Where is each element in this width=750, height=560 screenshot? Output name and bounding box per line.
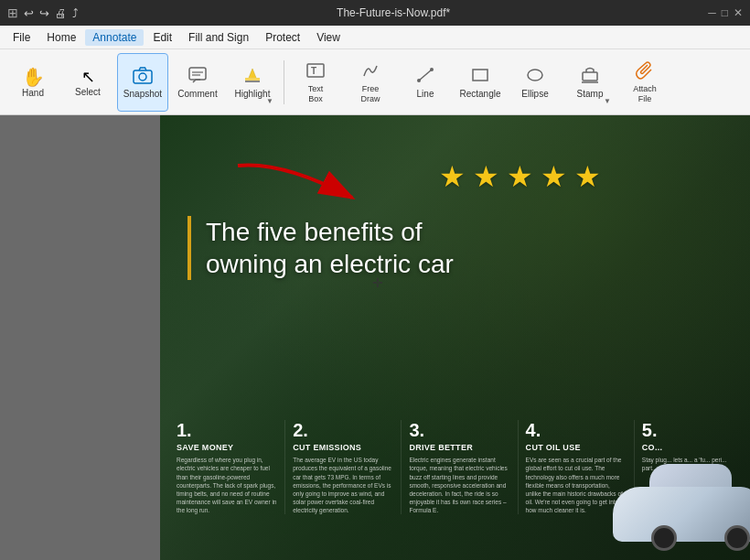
toolbar-icon-save[interactable]: 🖨: [55, 6, 67, 20]
textbox-icon: T: [305, 61, 326, 82]
benefit-1-text: Regardless of where you plug in, electri…: [177, 456, 277, 514]
benefit-1: 1. SAVE MONEY Regardless of where you pl…: [169, 420, 285, 514]
tool-stamp[interactable]: Stamp ▼: [564, 53, 616, 112]
textbox-label: TextBox: [308, 84, 324, 104]
tool-snapshot[interactable]: Snapshot: [117, 53, 168, 112]
svg-line-9: [419, 70, 432, 81]
tool-ellipse[interactable]: Ellipse: [509, 53, 561, 112]
benefit-5-num: 5.: [642, 420, 743, 441]
benefit-4-num: 4.: [526, 420, 627, 441]
benefit-2: 2. CUT EMISSIONS The average EV in the U…: [285, 420, 402, 514]
main-area: ★ ★ ★ ★ ★ ✛ The five benefits of: [0, 115, 750, 560]
sidebar-left: [0, 115, 160, 560]
select-icon: ↖: [81, 69, 95, 85]
svg-point-11: [430, 68, 434, 71]
annotation-toolbar: ✋ Hand ↖ Select Snapshot Comment: [0, 49, 750, 115]
tool-highlight[interactable]: Highlight ▼: [227, 53, 278, 112]
comment-label: Comment: [177, 89, 217, 100]
stamp-icon: [580, 66, 600, 87]
tool-comment[interactable]: Comment: [172, 53, 223, 112]
benefit-1-num: 1.: [177, 420, 277, 441]
attachfile-icon: [635, 61, 655, 82]
minimize-button[interactable]: ─: [708, 6, 716, 19]
svg-rect-14: [583, 72, 597, 81]
pdf-title-line1: The five benefits of: [206, 216, 732, 248]
tool-hand[interactable]: ✋ Hand: [7, 53, 59, 112]
window-title: The-Future-is-Now.pdf*: [86, 6, 701, 19]
star-2: ★: [473, 159, 499, 194]
car-wheel-rear: [724, 525, 750, 551]
attachfile-label: AttachFile: [633, 84, 657, 104]
svg-rect-0: [134, 70, 152, 83]
toolbar-icon-share[interactable]: ⤴: [72, 6, 79, 20]
svg-rect-12: [473, 70, 488, 81]
svg-rect-2: [189, 68, 206, 80]
snapshot-label: Snapshot: [123, 89, 162, 100]
menu-home[interactable]: Home: [39, 29, 83, 46]
freedraw-icon: [360, 61, 380, 82]
svg-text:T: T: [311, 66, 316, 76]
tool-textbox[interactable]: T TextBox: [290, 53, 341, 112]
tool-freedraw[interactable]: FreeDraw: [345, 53, 396, 112]
benefit-3-title: DRIVE BETTER: [409, 443, 509, 452]
benefit-2-title: CUT EMISSIONS: [293, 443, 393, 452]
ellipse-label: Ellipse: [521, 89, 548, 100]
tool-attachfile[interactable]: AttachFile: [619, 53, 670, 112]
rectangle-icon: [470, 66, 490, 87]
pdf-title-line2: owning an electric car: [206, 248, 732, 280]
snapshot-icon: [133, 66, 153, 87]
benefit-3-num: 3.: [409, 420, 509, 441]
pdf-viewer[interactable]: ★ ★ ★ ★ ★ ✛ The five benefits of: [160, 115, 750, 560]
pdf-page: ★ ★ ★ ★ ★ ✛ The five benefits of: [160, 115, 750, 560]
car-wheel-front: [651, 525, 677, 551]
star-1: ★: [439, 159, 466, 194]
stamp-label: Stamp: [577, 89, 604, 100]
app-icon: ⊞ ↩ ↪ 🖨 ⤴: [7, 5, 79, 20]
car-image: [585, 450, 750, 560]
tool-line[interactable]: Line: [400, 53, 451, 112]
svg-point-1: [139, 73, 146, 81]
menu-edit[interactable]: Edit: [145, 29, 179, 46]
title-bar: ⊞ ↩ ↪ 🖨 ⤴ The-Future-is-Now.pdf* ─ □ ✕: [0, 0, 750, 26]
rectangle-label: Rectangle: [459, 89, 500, 100]
menu-bar: File Home Annotate Edit Fill and Sign Pr…: [0, 26, 750, 49]
freedraw-label: FreeDraw: [360, 84, 380, 104]
hand-icon: ✋: [22, 68, 45, 86]
pdf-main-title: The five benefits of owning an electric …: [188, 216, 732, 280]
benefit-2-num: 2.: [293, 420, 393, 441]
tool-select[interactable]: ↖ Select: [62, 53, 113, 112]
ellipse-icon: [525, 66, 545, 87]
highlight-dropdown-arrow[interactable]: ▼: [266, 97, 273, 105]
window-controls: ─ □ ✕: [708, 6, 743, 19]
close-button[interactable]: ✕: [734, 6, 743, 19]
menu-annotate[interactable]: Annotate: [85, 29, 144, 46]
menu-view[interactable]: View: [309, 29, 348, 46]
svg-point-13: [528, 70, 542, 81]
svg-rect-5: [245, 78, 260, 81]
star-5: ★: [574, 159, 601, 194]
toolbar-separator-1: [284, 60, 284, 104]
svg-point-10: [417, 79, 421, 82]
tool-rectangle[interactable]: Rectangle: [455, 53, 506, 112]
line-label: Line: [417, 89, 434, 100]
benefit-3-text: Electric engines generate instant torque…: [409, 456, 509, 514]
star-3: ★: [507, 159, 533, 194]
highlight-label: Highlight: [235, 89, 271, 100]
menu-protect[interactable]: Protect: [258, 29, 307, 46]
star-4: ★: [541, 159, 567, 194]
toolbar-icon-redo[interactable]: ↪: [39, 6, 49, 20]
benefit-1-title: SAVE MONEY: [177, 443, 277, 452]
benefit-2-text: The average EV in the US today produces …: [293, 456, 393, 514]
toolbar-icon-undo[interactable]: ↩: [24, 6, 34, 20]
menu-fillandsign[interactable]: Fill and Sign: [181, 29, 256, 46]
maximize-button[interactable]: □: [722, 6, 728, 19]
select-label: Select: [75, 87, 101, 98]
line-icon: [415, 66, 435, 87]
comment-icon: [188, 66, 208, 87]
stars-row: ★ ★ ★ ★ ★: [439, 159, 601, 194]
hand-label: Hand: [22, 88, 44, 99]
menu-file[interactable]: File: [5, 29, 38, 46]
benefit-3: 3. DRIVE BETTER Electric engines generat…: [402, 420, 518, 514]
highlight-icon: [242, 66, 262, 87]
stamp-dropdown-arrow[interactable]: ▼: [604, 97, 611, 105]
